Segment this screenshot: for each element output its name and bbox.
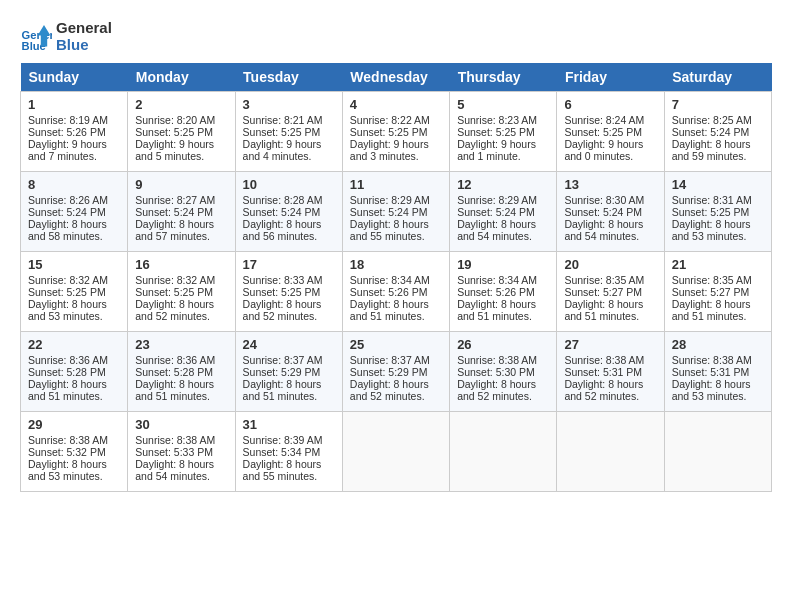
logo-blue: Blue: [56, 37, 112, 54]
sunrise: Sunrise: 8:35 AM: [564, 274, 644, 286]
daylight: Daylight: 8 hours and 54 minutes.: [135, 458, 214, 482]
weekday-header-row: SundayMondayTuesdayWednesdayThursdayFrid…: [21, 63, 772, 92]
calendar-day-cell: 20Sunrise: 8:35 AMSunset: 5:27 PMDayligh…: [557, 252, 664, 332]
day-number: 2: [135, 97, 227, 112]
day-number: 23: [135, 337, 227, 352]
sunset: Sunset: 5:24 PM: [672, 126, 750, 138]
day-number: 13: [564, 177, 656, 192]
calendar-day-cell: 1Sunrise: 8:19 AMSunset: 5:26 PMDaylight…: [21, 92, 128, 172]
sunrise: Sunrise: 8:36 AM: [28, 354, 108, 366]
day-number: 16: [135, 257, 227, 272]
day-number: 10: [243, 177, 335, 192]
calendar-day-cell: 7Sunrise: 8:25 AMSunset: 5:24 PMDaylight…: [664, 92, 771, 172]
daylight: Daylight: 8 hours and 53 minutes.: [28, 298, 107, 322]
calendar-week-row: 15Sunrise: 8:32 AMSunset: 5:25 PMDayligh…: [21, 252, 772, 332]
daylight: Daylight: 8 hours and 51 minutes.: [350, 298, 429, 322]
sunrise: Sunrise: 8:39 AM: [243, 434, 323, 446]
sunset: Sunset: 5:32 PM: [28, 446, 106, 458]
day-number: 21: [672, 257, 764, 272]
sunset: Sunset: 5:24 PM: [243, 206, 321, 218]
weekday-header: Friday: [557, 63, 664, 92]
weekday-header: Saturday: [664, 63, 771, 92]
calendar-day-cell: 18Sunrise: 8:34 AMSunset: 5:26 PMDayligh…: [342, 252, 449, 332]
sunset: Sunset: 5:24 PM: [28, 206, 106, 218]
day-number: 29: [28, 417, 120, 432]
calendar-day-cell: 16Sunrise: 8:32 AMSunset: 5:25 PMDayligh…: [128, 252, 235, 332]
calendar-day-cell: 28Sunrise: 8:38 AMSunset: 5:31 PMDayligh…: [664, 332, 771, 412]
sunset: Sunset: 5:27 PM: [564, 286, 642, 298]
calendar-day-cell: 5Sunrise: 8:23 AMSunset: 5:25 PMDaylight…: [450, 92, 557, 172]
day-number: 31: [243, 417, 335, 432]
logo-general: General: [56, 20, 112, 37]
sunrise: Sunrise: 8:37 AM: [243, 354, 323, 366]
sunset: Sunset: 5:25 PM: [350, 126, 428, 138]
sunrise: Sunrise: 8:34 AM: [350, 274, 430, 286]
daylight: Daylight: 8 hours and 51 minutes.: [135, 378, 214, 402]
sunset: Sunset: 5:25 PM: [243, 126, 321, 138]
daylight: Daylight: 8 hours and 56 minutes.: [243, 218, 322, 242]
daylight: Daylight: 9 hours and 7 minutes.: [28, 138, 107, 162]
weekday-header: Wednesday: [342, 63, 449, 92]
calendar-day-cell: 8Sunrise: 8:26 AMSunset: 5:24 PMDaylight…: [21, 172, 128, 252]
calendar-day-cell: 24Sunrise: 8:37 AMSunset: 5:29 PMDayligh…: [235, 332, 342, 412]
day-number: 9: [135, 177, 227, 192]
sunset: Sunset: 5:24 PM: [350, 206, 428, 218]
sunset: Sunset: 5:25 PM: [457, 126, 535, 138]
calendar-day-cell: 6Sunrise: 8:24 AMSunset: 5:25 PMDaylight…: [557, 92, 664, 172]
sunset: Sunset: 5:25 PM: [243, 286, 321, 298]
calendar-day-cell: 30Sunrise: 8:38 AMSunset: 5:33 PMDayligh…: [128, 412, 235, 492]
weekday-header: Sunday: [21, 63, 128, 92]
sunset: Sunset: 5:26 PM: [28, 126, 106, 138]
sunset: Sunset: 5:28 PM: [135, 366, 213, 378]
weekday-header: Thursday: [450, 63, 557, 92]
calendar-day-cell: 4Sunrise: 8:22 AMSunset: 5:25 PMDaylight…: [342, 92, 449, 172]
day-number: 3: [243, 97, 335, 112]
day-number: 20: [564, 257, 656, 272]
daylight: Daylight: 8 hours and 52 minutes.: [135, 298, 214, 322]
calendar-day-cell: 9Sunrise: 8:27 AMSunset: 5:24 PMDaylight…: [128, 172, 235, 252]
sunset: Sunset: 5:25 PM: [564, 126, 642, 138]
calendar-day-cell: 29Sunrise: 8:38 AMSunset: 5:32 PMDayligh…: [21, 412, 128, 492]
daylight: Daylight: 8 hours and 53 minutes.: [28, 458, 107, 482]
daylight: Daylight: 8 hours and 51 minutes.: [672, 298, 751, 322]
calendar-day-cell: [557, 412, 664, 492]
sunset: Sunset: 5:33 PM: [135, 446, 213, 458]
day-number: 12: [457, 177, 549, 192]
daylight: Daylight: 8 hours and 59 minutes.: [672, 138, 751, 162]
sunrise: Sunrise: 8:19 AM: [28, 114, 108, 126]
daylight: Daylight: 8 hours and 54 minutes.: [457, 218, 536, 242]
weekday-header: Monday: [128, 63, 235, 92]
day-number: 22: [28, 337, 120, 352]
calendar-day-cell: 31Sunrise: 8:39 AMSunset: 5:34 PMDayligh…: [235, 412, 342, 492]
calendar-day-cell: 2Sunrise: 8:20 AMSunset: 5:25 PMDaylight…: [128, 92, 235, 172]
calendar-day-cell: 25Sunrise: 8:37 AMSunset: 5:29 PMDayligh…: [342, 332, 449, 412]
sunrise: Sunrise: 8:31 AM: [672, 194, 752, 206]
sunset: Sunset: 5:31 PM: [564, 366, 642, 378]
calendar-day-cell: 12Sunrise: 8:29 AMSunset: 5:24 PMDayligh…: [450, 172, 557, 252]
calendar-day-cell: 11Sunrise: 8:29 AMSunset: 5:24 PMDayligh…: [342, 172, 449, 252]
sunrise: Sunrise: 8:21 AM: [243, 114, 323, 126]
daylight: Daylight: 8 hours and 52 minutes.: [457, 378, 536, 402]
sunset: Sunset: 5:24 PM: [564, 206, 642, 218]
daylight: Daylight: 8 hours and 52 minutes.: [564, 378, 643, 402]
calendar-day-cell: 21Sunrise: 8:35 AMSunset: 5:27 PMDayligh…: [664, 252, 771, 332]
weekday-header: Tuesday: [235, 63, 342, 92]
daylight: Daylight: 8 hours and 52 minutes.: [243, 298, 322, 322]
sunrise: Sunrise: 8:24 AM: [564, 114, 644, 126]
calendar-day-cell: 27Sunrise: 8:38 AMSunset: 5:31 PMDayligh…: [557, 332, 664, 412]
sunset: Sunset: 5:29 PM: [243, 366, 321, 378]
sunset: Sunset: 5:30 PM: [457, 366, 535, 378]
daylight: Daylight: 8 hours and 55 minutes.: [350, 218, 429, 242]
sunset: Sunset: 5:31 PM: [672, 366, 750, 378]
day-number: 1: [28, 97, 120, 112]
daylight: Daylight: 8 hours and 53 minutes.: [672, 378, 751, 402]
logo-icon: General Blue: [20, 21, 52, 53]
sunset: Sunset: 5:25 PM: [135, 126, 213, 138]
day-number: 15: [28, 257, 120, 272]
calendar-day-cell: 19Sunrise: 8:34 AMSunset: 5:26 PMDayligh…: [450, 252, 557, 332]
sunrise: Sunrise: 8:38 AM: [672, 354, 752, 366]
page-header: General Blue General Blue: [20, 20, 772, 53]
sunset: Sunset: 5:26 PM: [350, 286, 428, 298]
sunrise: Sunrise: 8:36 AM: [135, 354, 215, 366]
sunset: Sunset: 5:24 PM: [135, 206, 213, 218]
